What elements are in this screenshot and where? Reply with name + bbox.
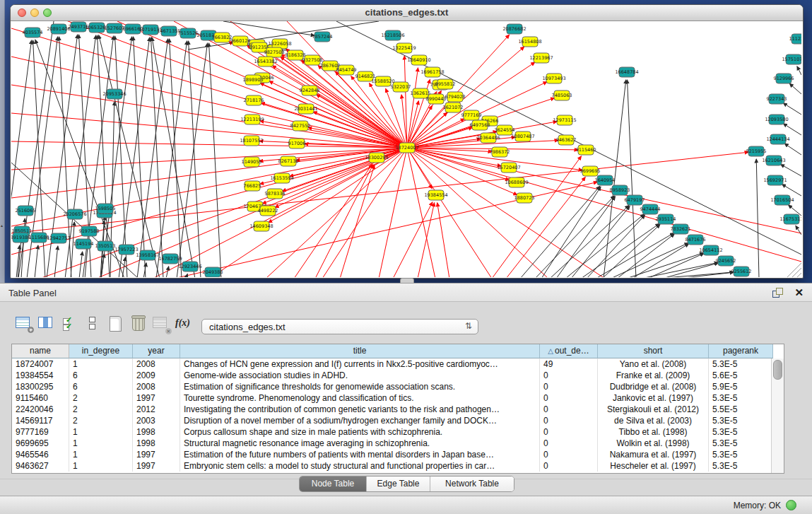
table-source-dropdown[interactable]: citations_edges.txt ⇅: [201, 319, 478, 334]
table-row[interactable]: 2242004622012Investigating the contribut…: [12, 404, 773, 415]
table-cell: 1: [69, 426, 133, 438]
graph-node-label: 18300295: [365, 155, 388, 160]
graph-node-label: 20364486: [476, 135, 500, 141]
column-header[interactable]: title: [180, 344, 540, 358]
table-row[interactable]: 969969511998Structural magnetic resonanc…: [12, 438, 773, 449]
table-cell: Tibbo et al. (1998): [598, 426, 709, 438]
graph-node-label: 10688609: [505, 180, 528, 185]
table-cell: 1997: [133, 449, 180, 460]
table-row[interactable]: 1830029562008Estimation of significance …: [12, 381, 773, 392]
graph-edge: [153, 148, 407, 277]
graph-node-label: 9197588: [79, 228, 100, 234]
graph-canvas[interactable]: 4035574208914062493716106532671527607696…: [11, 21, 802, 277]
graph-edge: [11, 148, 407, 170]
tab-network-table[interactable]: Network Table: [430, 477, 514, 491]
graph-node-label: 13225419: [392, 45, 416, 51]
graph-edge: [437, 203, 449, 277]
column-header[interactable]: year: [133, 344, 180, 358]
graph-node-label: 3919386: [11, 235, 30, 240]
column-header[interactable]: in_degree: [69, 344, 133, 358]
table-cell: 49: [540, 358, 598, 370]
column-header[interactable]: short: [598, 344, 709, 358]
table-cell: 6: [69, 381, 133, 392]
function-builder-button[interactable]: f(x): [175, 315, 195, 333]
table-panel-body: ✓ ✓ ✕ f(x) citations_edges.txt ⇅: [0, 302, 812, 496]
graph-node-label: 10807487: [511, 134, 534, 139]
graph-node-label: 18724007: [395, 145, 418, 151]
graph-edge: [796, 273, 801, 277]
graph-node-label: 1115686: [29, 235, 49, 240]
row-height-button[interactable]: [83, 315, 103, 333]
columns-icon: [38, 317, 52, 328]
graph-edge: [340, 165, 375, 277]
table-row[interactable]: 1872400712008Changes of HCN gene express…: [12, 358, 773, 370]
graph-node-label: 15218506: [381, 33, 404, 38]
graph-node-label: 9474444: [640, 206, 661, 212]
table-row[interactable]: 946362711997Embryonic stem cells: a mode…: [12, 460, 773, 472]
new-table-button[interactable]: [106, 315, 126, 333]
graph-node-label: 5878334: [265, 191, 286, 197]
graph-node-label: 9327508: [302, 57, 323, 63]
table-row[interactable]: 946554611997Estimation of the future num…: [12, 449, 773, 460]
graph-node-label: 12942757: [47, 235, 70, 241]
graph-node-label: 18107552: [240, 138, 263, 144]
graph-node-label: 5322037: [391, 84, 411, 90]
column-header[interactable]: △out_de…: [540, 344, 598, 358]
column-header[interactable]: name: [12, 344, 69, 358]
table-settings-button[interactable]: [14, 315, 34, 333]
table-row[interactable]: 1938455462009Genome-wide association stu…: [12, 370, 773, 381]
tab-node-table[interactable]: Node Table: [300, 477, 367, 491]
graph-svg[interactable]: 4035574208914062493716106532671527607696…: [11, 21, 801, 277]
graph-edge: [627, 80, 636, 277]
graph-edge: [541, 187, 601, 277]
window-titlebar[interactable]: citations_edges.txt: [11, 5, 803, 21]
close-panel-button[interactable]: ✕: [794, 286, 804, 299]
table-settings-icon: [16, 317, 30, 328]
table-cell: 0: [540, 415, 598, 426]
table-cell: 1: [69, 449, 133, 460]
graph-node-label: 13226058: [268, 41, 291, 47]
sort-ascending-icon: △: [548, 347, 553, 355]
table-cell: 0: [540, 381, 598, 392]
graph-node-label: 7515526: [178, 30, 199, 36]
graph-node-label: 12973115: [553, 117, 576, 123]
table-cell: Dudbridge et al. (2008): [598, 381, 709, 392]
memory-indicator-dot[interactable]: [786, 500, 796, 510]
graph-node-label: 7663822: [212, 35, 233, 40]
graph-node-label: 15751074: [782, 57, 801, 62]
graph-node-label: 20891406: [47, 26, 70, 32]
delete-table-button[interactable]: ✕: [151, 315, 171, 333]
table-row[interactable]: 911546021997Tourette syndrome. Phenomeno…: [12, 392, 773, 404]
show-columns-button[interactable]: [37, 315, 57, 333]
table-cell: Estimation of the future numbers of pati…: [180, 449, 540, 460]
tab-edge-table[interactable]: Edge Table: [367, 477, 430, 491]
node-table: namein_degreeyeartitle△out_de…shortpager…: [11, 344, 784, 474]
table-scrollbar[interactable]: [771, 358, 784, 473]
float-panel-button[interactable]: [772, 288, 784, 298]
table-cell: Yano et al. (2008): [598, 358, 709, 370]
select-columns-button[interactable]: ✓ ✓: [61, 315, 81, 333]
table-cell: 9465546: [12, 449, 69, 460]
table-row[interactable]: 977716911998Corpus callosum shape and si…: [12, 426, 773, 438]
graph-node-label: 9129966: [774, 76, 794, 81]
table-cell: Nakamura et al. (1997): [598, 449, 709, 460]
dropdown-updown-icon: ⇅: [465, 321, 472, 331]
graph-node-label: 917006: [288, 141, 306, 146]
graph-node-label: 4035574: [23, 30, 43, 35]
graph-node-label: 12923446: [178, 264, 201, 269]
table-cell: Investigating the contribution of common…: [180, 404, 540, 415]
delete-column-button[interactable]: [129, 315, 148, 333]
table-cell: 1: [69, 358, 133, 370]
table-cell: 5.9E-5: [709, 381, 773, 392]
scrollbar-thumb[interactable]: [773, 360, 782, 380]
graph-edge: [647, 253, 704, 277]
graph-node-label: 766825: [244, 183, 261, 189]
table-row[interactable]: 1456911722003Disruption of a novel membe…: [12, 415, 773, 426]
graph-node-label: 9245652: [716, 258, 736, 264]
graph-node-label: 4498222: [258, 208, 278, 214]
table-cell: 2: [69, 404, 133, 415]
graph-edge: [379, 148, 407, 277]
graph-node-label: 16154808: [518, 39, 541, 45]
table-cell: Stergiakouli et al. (2012): [598, 404, 709, 415]
column-header[interactable]: pagerank: [709, 344, 773, 358]
